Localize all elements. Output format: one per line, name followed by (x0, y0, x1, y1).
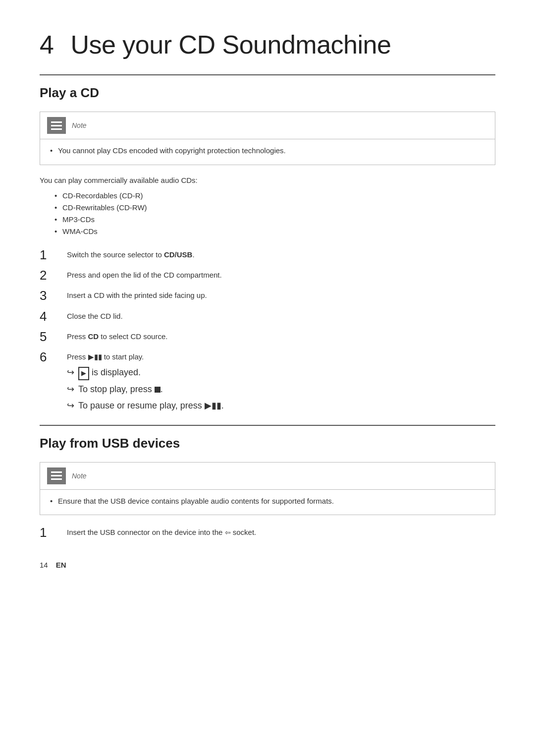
note-label: Note (72, 121, 87, 129)
page-footer: 14 EN (40, 561, 495, 569)
page-title: 4 Use your CD Soundmachine (40, 30, 495, 59)
intro-text: You can play commercially available audi… (40, 175, 495, 186)
stop-icon (155, 387, 160, 393)
note-box-play-usb: Note Ensure that the USB device contains… (40, 462, 495, 516)
step-item-2: 2 Press and open the lid of the CD compa… (40, 268, 495, 283)
step-content-5: Press CD to select CD source. (67, 329, 495, 343)
cd-type-item: CD-Rewritables (CD-RW) (54, 202, 495, 214)
footer-language: EN (56, 561, 66, 569)
step-content-3: Insert a CD with the printed side facing… (67, 288, 495, 301)
section-play-cd: Play a CD Note You cannot play CDs encod… (40, 85, 495, 415)
step-item-1: 1 Switch the source selector to CD/USB. (40, 247, 495, 263)
note-item: You cannot play CDs encoded with copyrig… (50, 145, 485, 157)
note-header-usb: Note (40, 463, 495, 489)
sub-bullet-text-1: ▶ is displayed. (78, 365, 141, 380)
cd-types-list: CD-Recordables (CD-R) CD-Rewritables (CD… (54, 190, 495, 237)
note-list: You cannot play CDs encoded with copyrig… (50, 145, 485, 157)
note-icon-line1 (51, 121, 62, 123)
note-icon (47, 117, 66, 134)
sub-bullet-text-3: To pause or resume play, press ▶▮▮. (78, 399, 224, 413)
note-content: You cannot play CDs encoded with copyrig… (40, 139, 495, 165)
play-pause-symbol: ▶▮▮ (88, 352, 102, 361)
step-bold-cd-usb: CD/USB (164, 250, 193, 259)
note-icon-usb (47, 467, 66, 484)
step-number-4: 4 (40, 309, 67, 324)
section-divider-top (40, 74, 495, 75)
note-box-play-cd: Note You cannot play CDs encoded with co… (40, 112, 495, 165)
arrow-icon-3: ↪ (67, 399, 74, 413)
step-number-1: 1 (40, 247, 67, 263)
sub-bullet-1: ↪ ▶ is displayed. (67, 365, 495, 380)
step-content-6: Press ▶▮▮ to start play. ↪ ▶ is displaye… (67, 349, 495, 415)
step-number-5: 5 (40, 329, 67, 345)
note-header: Note (40, 112, 495, 139)
step-content-2: Press and open the lid of the CD compart… (67, 268, 495, 281)
step-item-5: 5 Press CD to select CD source. (40, 329, 495, 345)
section-title-play-cd: Play a CD (40, 85, 495, 101)
section-title-play-usb: Play from USB devices (40, 436, 495, 451)
note-label-usb: Note (72, 472, 87, 480)
note-icon-usb-line1 (51, 471, 62, 473)
note-icon-line3 (51, 128, 62, 130)
step-item-4: 4 Close the CD lid. (40, 309, 495, 324)
step-item-6: 6 Press ▶▮▮ to start play. ↪ ▶ is displa… (40, 349, 495, 415)
note-list-usb: Ensure that the USB device contains play… (50, 496, 485, 507)
step-bold-cd: CD (88, 332, 99, 341)
bracket-play-icon: ▶ (78, 367, 89, 380)
play-pause-symbol-2: ▶▮▮ (205, 401, 221, 410)
note-item-usb: Ensure that the USB device contains play… (50, 496, 485, 507)
arrow-icon-1: ↪ (67, 365, 74, 380)
footer-page-number: 14 (40, 561, 48, 569)
section-divider-middle (40, 425, 495, 426)
usb-step-item-1: 1 Insert the USB connector on the device… (40, 525, 495, 540)
sub-bullet-text-2: To stop play, press . (78, 382, 163, 397)
sub-bullet-2: ↪ To stop play, press . (67, 382, 495, 397)
usb-step-number-1: 1 (40, 525, 67, 540)
cd-type-item: CD-Recordables (CD-R) (54, 190, 495, 202)
usb-step-content-1: Insert the USB connector on the device i… (67, 525, 495, 538)
step-content-1: Switch the source selector to CD/USB. (67, 247, 495, 261)
step-number-6: 6 (40, 349, 67, 365)
note-content-usb: Ensure that the USB device contains play… (40, 489, 495, 515)
note-icon-usb-line3 (51, 478, 62, 480)
step-number-2: 2 (40, 268, 67, 283)
sub-bullets-list: ↪ ▶ is displayed. ↪ To stop play, press … (67, 365, 495, 412)
note-icon-usb-line2 (51, 475, 62, 476)
sub-bullet-3: ↪ To pause or resume play, press ▶▮▮. (67, 399, 495, 413)
note-icon-line2 (51, 125, 62, 126)
cd-type-item: WMA-CDs (54, 226, 495, 237)
step-item-3: 3 Insert a CD with the printed side faci… (40, 288, 495, 303)
section-play-usb: Play from USB devices Note Ensure that t… (40, 436, 495, 541)
steps-list-cd: 1 Switch the source selector to CD/USB. … (40, 247, 495, 415)
arrow-icon-2: ↪ (67, 382, 74, 397)
usb-socket-icon: ⇦ (225, 527, 231, 538)
cd-type-item: MP3-CDs (54, 214, 495, 226)
step-number-3: 3 (40, 288, 67, 303)
steps-list-usb: 1 Insert the USB connector on the device… (40, 525, 495, 540)
step-content-4: Close the CD lid. (67, 309, 495, 322)
